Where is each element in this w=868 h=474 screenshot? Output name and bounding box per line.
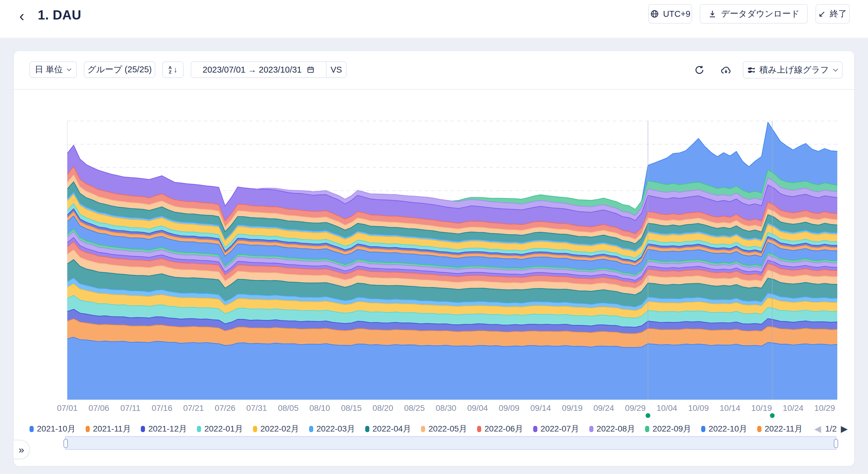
legend-label: 2022-08月	[597, 423, 636, 435]
legend-item-2021-10月[interactable]: 2021-10月	[30, 423, 75, 435]
legend-swatch	[701, 426, 705, 432]
sort-az-icon: A Z	[168, 65, 172, 74]
legend-label: 2022-06月	[485, 423, 523, 435]
legend-item-2022-01月[interactable]: 2022-01月	[197, 423, 243, 435]
legend-label: 2022-05月	[428, 423, 467, 435]
calendar-icon	[306, 65, 315, 74]
sort-arrow-icon: ↓	[174, 65, 178, 74]
group-filter-button[interactable]: グループ (25/25)	[84, 61, 155, 78]
legend-prev-icon[interactable]: ◀	[814, 424, 821, 433]
legend-swatch	[421, 426, 425, 432]
refresh-button[interactable]	[691, 62, 707, 78]
back-button[interactable]: ‹	[15, 6, 29, 25]
legend-swatch	[477, 426, 481, 432]
legend-label: 2022-02月	[260, 423, 299, 435]
legend-swatch	[30, 426, 34, 432]
legend: 2021-10月2021-11月2021-12月2022-01月2022-02月…	[30, 423, 810, 435]
data-download-button[interactable]: データダウンロード	[700, 4, 808, 24]
legend-item-2022-10月[interactable]: 2022-10月	[701, 423, 747, 435]
legend-swatch	[197, 426, 201, 432]
sort-button[interactable]: A Z ↓	[162, 61, 184, 78]
area-chart-icon	[747, 65, 756, 74]
cloud-save-button[interactable]	[718, 62, 734, 78]
legend-swatch	[309, 426, 313, 432]
legend-swatch	[365, 426, 369, 432]
timezone-button[interactable]: UTC+9	[648, 4, 692, 24]
chevron-down-icon	[66, 68, 72, 71]
legend-item-2022-11月[interactable]: 2022-11月	[757, 423, 803, 435]
legend-item-2022-04月[interactable]: 2022-04月	[365, 423, 411, 435]
legend-item-2022-08月[interactable]: 2022-08月	[589, 423, 636, 435]
legend-item-2022-07月[interactable]: 2022-07月	[533, 423, 579, 435]
date-range-picker[interactable]: 2023/07/01 → 2023/10/31	[191, 62, 326, 77]
legend-label: 2021-12月	[148, 423, 187, 435]
legend-item-2022-06月[interactable]: 2022-06月	[477, 423, 523, 435]
legend-label: 2021-10月	[37, 423, 75, 435]
legend-label: 2022-03月	[316, 423, 355, 435]
legend-label: 2022-04月	[373, 423, 411, 435]
legend-label: 2022-10月	[709, 423, 747, 435]
page: ‹ 1. DAU UTC+9 データダウンロード ↙ 終了 日 単位	[0, 0, 868, 474]
legend-item-2021-11月[interactable]: 2021-11月	[86, 423, 131, 435]
legend-item-2021-12月[interactable]: 2021-12月	[141, 423, 187, 435]
legend-swatch	[253, 426, 257, 432]
legend-item-2022-02月[interactable]: 2022-02月	[253, 423, 299, 435]
group-filter-label: グループ (25/25)	[87, 64, 152, 75]
timezone-label: UTC+9	[663, 9, 690, 19]
legend-page-indicator: 1/2	[825, 424, 837, 434]
legend-swatch	[645, 426, 649, 432]
slider-left-handle[interactable]	[63, 439, 68, 448]
legend-pagination: ◀ 1/2 ▶	[812, 423, 848, 435]
legend-label: 2022-07月	[540, 423, 579, 435]
download-icon	[708, 9, 717, 18]
zoom-range-slider[interactable]	[65, 436, 836, 450]
date-range-group: 2023/07/01 → 2023/10/31 VS	[191, 61, 347, 78]
double-chevron-right-icon: »	[19, 444, 24, 455]
slider-right-handle[interactable]	[834, 439, 838, 448]
legend-item-2022-03月[interactable]: 2022-03月	[309, 423, 355, 435]
globe-icon	[650, 9, 659, 18]
legend-next-icon[interactable]: ▶	[841, 424, 848, 433]
download-label: データダウンロード	[721, 8, 800, 20]
unit-select[interactable]: 日 単位	[30, 61, 77, 78]
vs-compare-button[interactable]: VS	[327, 62, 346, 77]
legend-item-2022-09月[interactable]: 2022-09月	[645, 423, 691, 435]
legend-label: 2022-01月	[204, 423, 243, 435]
cloud-download-icon	[720, 64, 732, 75]
back-chevron-icon: ‹	[19, 8, 24, 24]
legend-swatch	[141, 426, 145, 432]
exit-arrow-icon: ↙	[818, 9, 826, 18]
chart-type-select[interactable]: 積み上げ線グラフ	[743, 61, 843, 78]
refresh-icon	[694, 65, 705, 75]
legend-item-2022-05月[interactable]: 2022-05月	[421, 423, 467, 435]
header: ‹ 1. DAU UTC+9 データダウンロード ↙ 終了	[0, 0, 868, 38]
toolbar-separator	[13, 89, 855, 90]
exit-button[interactable]: ↙ 終了	[815, 4, 850, 24]
unit-label: 日 単位	[35, 64, 63, 75]
legend-swatch	[86, 426, 90, 432]
exit-label: 終了	[830, 8, 847, 20]
vs-label: VS	[331, 65, 342, 75]
date-range-value: 2023/07/01 → 2023/10/31	[203, 65, 302, 75]
chart-type-label: 積み上げ線グラフ	[760, 64, 829, 76]
page-title: 1. DAU	[38, 8, 81, 23]
chevron-down-icon	[833, 68, 838, 72]
legend-swatch	[757, 426, 762, 432]
legend-label: 2022-09月	[652, 423, 691, 435]
legend-swatch	[589, 426, 593, 432]
plot-area[interactable]	[67, 120, 838, 400]
legend-label: 2022-11月	[765, 423, 803, 435]
legend-swatch	[533, 426, 537, 432]
legend-label: 2021-11月	[93, 423, 131, 435]
